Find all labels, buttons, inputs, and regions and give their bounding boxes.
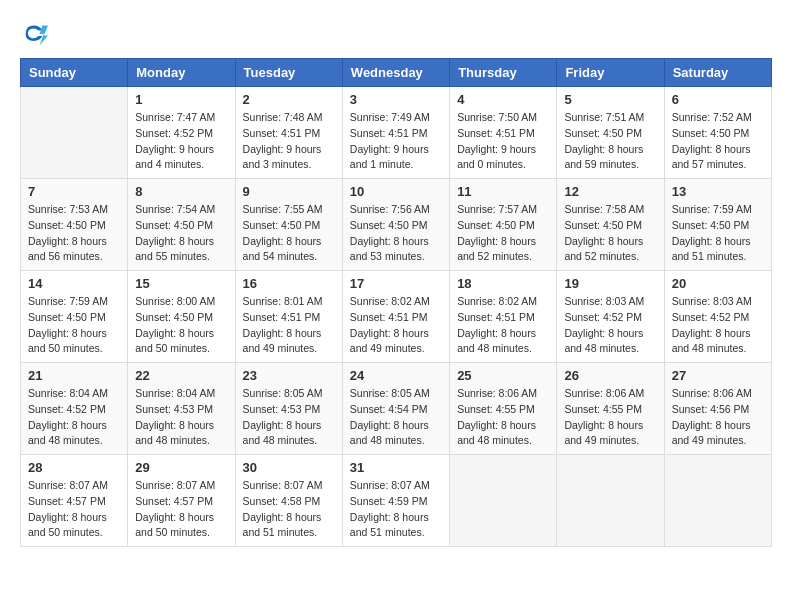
day-number: 26 bbox=[564, 368, 656, 383]
calendar-cell: 4Sunrise: 7:50 AMSunset: 4:51 PMDaylight… bbox=[450, 87, 557, 179]
day-info: Sunrise: 8:06 AMSunset: 4:55 PMDaylight:… bbox=[564, 386, 656, 449]
day-number: 6 bbox=[672, 92, 764, 107]
day-info: Sunrise: 7:55 AMSunset: 4:50 PMDaylight:… bbox=[243, 202, 335, 265]
day-number: 23 bbox=[243, 368, 335, 383]
calendar-header-cell: Sunday bbox=[21, 59, 128, 87]
day-number: 8 bbox=[135, 184, 227, 199]
calendar-header-cell: Wednesday bbox=[342, 59, 449, 87]
day-number: 10 bbox=[350, 184, 442, 199]
calendar-table: SundayMondayTuesdayWednesdayThursdayFrid… bbox=[20, 58, 772, 547]
calendar-cell: 12Sunrise: 7:58 AMSunset: 4:50 PMDayligh… bbox=[557, 179, 664, 271]
calendar-cell: 1Sunrise: 7:47 AMSunset: 4:52 PMDaylight… bbox=[128, 87, 235, 179]
calendar-header-cell: Saturday bbox=[664, 59, 771, 87]
day-info: Sunrise: 7:57 AMSunset: 4:50 PMDaylight:… bbox=[457, 202, 549, 265]
day-info: Sunrise: 8:02 AMSunset: 4:51 PMDaylight:… bbox=[457, 294, 549, 357]
day-info: Sunrise: 7:52 AMSunset: 4:50 PMDaylight:… bbox=[672, 110, 764, 173]
logo bbox=[20, 20, 52, 48]
calendar-week-row: 21Sunrise: 8:04 AMSunset: 4:52 PMDayligh… bbox=[21, 363, 772, 455]
calendar-header-cell: Monday bbox=[128, 59, 235, 87]
day-info: Sunrise: 8:01 AMSunset: 4:51 PMDaylight:… bbox=[243, 294, 335, 357]
calendar-cell: 10Sunrise: 7:56 AMSunset: 4:50 PMDayligh… bbox=[342, 179, 449, 271]
calendar-cell: 7Sunrise: 7:53 AMSunset: 4:50 PMDaylight… bbox=[21, 179, 128, 271]
day-info: Sunrise: 7:56 AMSunset: 4:50 PMDaylight:… bbox=[350, 202, 442, 265]
calendar-cell: 2Sunrise: 7:48 AMSunset: 4:51 PMDaylight… bbox=[235, 87, 342, 179]
day-info: Sunrise: 8:05 AMSunset: 4:53 PMDaylight:… bbox=[243, 386, 335, 449]
day-number: 9 bbox=[243, 184, 335, 199]
calendar-cell: 13Sunrise: 7:59 AMSunset: 4:50 PMDayligh… bbox=[664, 179, 771, 271]
day-info: Sunrise: 7:53 AMSunset: 4:50 PMDaylight:… bbox=[28, 202, 120, 265]
calendar-header-cell: Tuesday bbox=[235, 59, 342, 87]
day-number: 28 bbox=[28, 460, 120, 475]
day-number: 18 bbox=[457, 276, 549, 291]
day-info: Sunrise: 7:58 AMSunset: 4:50 PMDaylight:… bbox=[564, 202, 656, 265]
day-info: Sunrise: 7:51 AMSunset: 4:50 PMDaylight:… bbox=[564, 110, 656, 173]
day-number: 11 bbox=[457, 184, 549, 199]
logo-icon bbox=[20, 20, 48, 48]
calendar-cell: 24Sunrise: 8:05 AMSunset: 4:54 PMDayligh… bbox=[342, 363, 449, 455]
day-number: 20 bbox=[672, 276, 764, 291]
calendar-cell: 11Sunrise: 7:57 AMSunset: 4:50 PMDayligh… bbox=[450, 179, 557, 271]
day-number: 25 bbox=[457, 368, 549, 383]
calendar-cell: 23Sunrise: 8:05 AMSunset: 4:53 PMDayligh… bbox=[235, 363, 342, 455]
day-number: 13 bbox=[672, 184, 764, 199]
day-info: Sunrise: 7:48 AMSunset: 4:51 PMDaylight:… bbox=[243, 110, 335, 173]
calendar-cell: 20Sunrise: 8:03 AMSunset: 4:52 PMDayligh… bbox=[664, 271, 771, 363]
calendar-week-row: 1Sunrise: 7:47 AMSunset: 4:52 PMDaylight… bbox=[21, 87, 772, 179]
day-number: 27 bbox=[672, 368, 764, 383]
day-number: 16 bbox=[243, 276, 335, 291]
calendar-week-row: 14Sunrise: 7:59 AMSunset: 4:50 PMDayligh… bbox=[21, 271, 772, 363]
day-info: Sunrise: 7:50 AMSunset: 4:51 PMDaylight:… bbox=[457, 110, 549, 173]
calendar-cell: 17Sunrise: 8:02 AMSunset: 4:51 PMDayligh… bbox=[342, 271, 449, 363]
calendar-cell: 9Sunrise: 7:55 AMSunset: 4:50 PMDaylight… bbox=[235, 179, 342, 271]
calendar-cell bbox=[450, 455, 557, 547]
day-number: 29 bbox=[135, 460, 227, 475]
day-number: 2 bbox=[243, 92, 335, 107]
day-number: 30 bbox=[243, 460, 335, 475]
day-number: 1 bbox=[135, 92, 227, 107]
calendar-cell: 31Sunrise: 8:07 AMSunset: 4:59 PMDayligh… bbox=[342, 455, 449, 547]
calendar-cell bbox=[21, 87, 128, 179]
day-info: Sunrise: 8:07 AMSunset: 4:57 PMDaylight:… bbox=[28, 478, 120, 541]
day-info: Sunrise: 8:04 AMSunset: 4:53 PMDaylight:… bbox=[135, 386, 227, 449]
calendar-cell: 29Sunrise: 8:07 AMSunset: 4:57 PMDayligh… bbox=[128, 455, 235, 547]
day-number: 5 bbox=[564, 92, 656, 107]
day-info: Sunrise: 8:07 AMSunset: 4:58 PMDaylight:… bbox=[243, 478, 335, 541]
day-info: Sunrise: 7:59 AMSunset: 4:50 PMDaylight:… bbox=[672, 202, 764, 265]
day-number: 12 bbox=[564, 184, 656, 199]
day-number: 7 bbox=[28, 184, 120, 199]
day-number: 21 bbox=[28, 368, 120, 383]
day-info: Sunrise: 8:02 AMSunset: 4:51 PMDaylight:… bbox=[350, 294, 442, 357]
day-number: 4 bbox=[457, 92, 549, 107]
calendar-header-cell: Friday bbox=[557, 59, 664, 87]
calendar-header-cell: Thursday bbox=[450, 59, 557, 87]
day-number: 22 bbox=[135, 368, 227, 383]
calendar-cell: 14Sunrise: 7:59 AMSunset: 4:50 PMDayligh… bbox=[21, 271, 128, 363]
calendar-cell: 22Sunrise: 8:04 AMSunset: 4:53 PMDayligh… bbox=[128, 363, 235, 455]
calendar-cell: 8Sunrise: 7:54 AMSunset: 4:50 PMDaylight… bbox=[128, 179, 235, 271]
calendar-week-row: 7Sunrise: 7:53 AMSunset: 4:50 PMDaylight… bbox=[21, 179, 772, 271]
day-info: Sunrise: 8:03 AMSunset: 4:52 PMDaylight:… bbox=[564, 294, 656, 357]
calendar-cell: 18Sunrise: 8:02 AMSunset: 4:51 PMDayligh… bbox=[450, 271, 557, 363]
day-number: 24 bbox=[350, 368, 442, 383]
calendar-cell bbox=[557, 455, 664, 547]
day-number: 15 bbox=[135, 276, 227, 291]
page-header bbox=[20, 20, 772, 48]
day-number: 14 bbox=[28, 276, 120, 291]
day-info: Sunrise: 8:03 AMSunset: 4:52 PMDaylight:… bbox=[672, 294, 764, 357]
day-number: 3 bbox=[350, 92, 442, 107]
day-info: Sunrise: 8:07 AMSunset: 4:57 PMDaylight:… bbox=[135, 478, 227, 541]
day-info: Sunrise: 8:06 AMSunset: 4:56 PMDaylight:… bbox=[672, 386, 764, 449]
day-number: 17 bbox=[350, 276, 442, 291]
day-info: Sunrise: 8:04 AMSunset: 4:52 PMDaylight:… bbox=[28, 386, 120, 449]
calendar-cell: 19Sunrise: 8:03 AMSunset: 4:52 PMDayligh… bbox=[557, 271, 664, 363]
day-info: Sunrise: 7:54 AMSunset: 4:50 PMDaylight:… bbox=[135, 202, 227, 265]
calendar-cell bbox=[664, 455, 771, 547]
calendar-cell: 25Sunrise: 8:06 AMSunset: 4:55 PMDayligh… bbox=[450, 363, 557, 455]
calendar-cell: 5Sunrise: 7:51 AMSunset: 4:50 PMDaylight… bbox=[557, 87, 664, 179]
calendar-cell: 16Sunrise: 8:01 AMSunset: 4:51 PMDayligh… bbox=[235, 271, 342, 363]
calendar-cell: 3Sunrise: 7:49 AMSunset: 4:51 PMDaylight… bbox=[342, 87, 449, 179]
day-info: Sunrise: 7:59 AMSunset: 4:50 PMDaylight:… bbox=[28, 294, 120, 357]
calendar-cell: 26Sunrise: 8:06 AMSunset: 4:55 PMDayligh… bbox=[557, 363, 664, 455]
calendar-cell: 15Sunrise: 8:00 AMSunset: 4:50 PMDayligh… bbox=[128, 271, 235, 363]
day-info: Sunrise: 7:47 AMSunset: 4:52 PMDaylight:… bbox=[135, 110, 227, 173]
